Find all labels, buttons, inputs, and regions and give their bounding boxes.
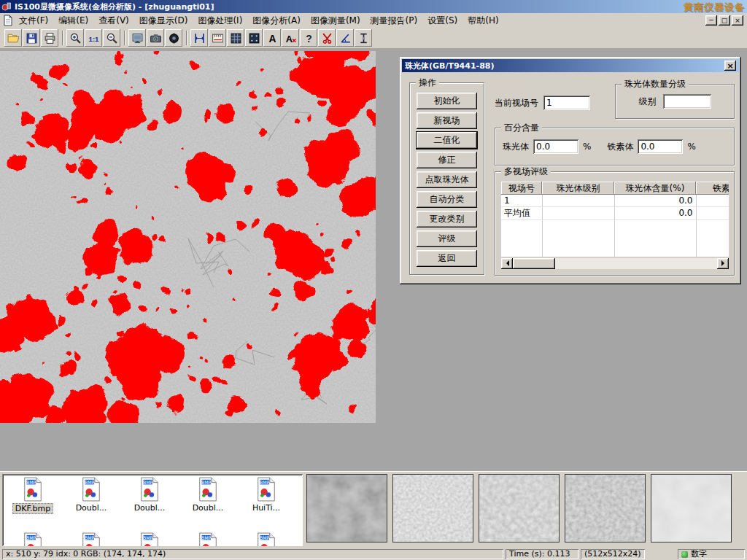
- cut-icon[interactable]: [318, 29, 336, 47]
- camera-status-icon: [681, 551, 688, 558]
- thumbnail-strip: [306, 474, 732, 546]
- table-h-scrollbar[interactable]: [501, 258, 729, 269]
- mdi-window-controls: ─ □ ×: [705, 15, 745, 26]
- image-thumbnail[interactable]: [651, 474, 732, 542]
- scroll-right-button[interactable]: [717, 258, 729, 269]
- return-button[interactable]: 返回: [417, 250, 477, 267]
- current-view-input[interactable]: [543, 96, 590, 110]
- mdi-restore-button[interactable]: □: [719, 15, 730, 26]
- pick-pearlite-button[interactable]: 点取珠光体: [417, 171, 477, 188]
- pearlite-unit: %: [583, 141, 591, 152]
- mode-panel: 数字: [678, 549, 745, 559]
- clamp-icon[interactable]: [355, 29, 372, 47]
- file-item[interactable]: BMP: [4, 532, 62, 546]
- percent-group: 百分含量 珠光体 % 铁素体 %: [495, 128, 735, 166]
- menu-settings[interactable]: 设置(S): [422, 13, 462, 28]
- target-icon[interactable]: [165, 29, 182, 47]
- zoom-out-icon[interactable]: [103, 29, 120, 47]
- svg-text:BMP: BMP: [26, 535, 36, 540]
- title-bar: IS100显微摄像系统(金相分析版) - [zhuguangti01] 黄南仪器…: [0, 0, 747, 13]
- mdi-minimize-button[interactable]: ─: [705, 15, 717, 26]
- file-item[interactable]: BMP: [237, 532, 295, 546]
- ferrite-percent-input[interactable]: [638, 139, 683, 154]
- svg-text:BMP: BMP: [85, 535, 94, 540]
- multi-view-table[interactable]: 视场号珠光体级别珠光体含量(%)铁素10.0平均值0.0: [501, 182, 729, 257]
- zoom-in-icon[interactable]: [66, 29, 84, 47]
- file-list[interactable]: BMPDKF.bmpBMPDoubl...BMPDoubl...BMPDoubl…: [2, 474, 303, 546]
- toolbar-separator: [186, 31, 187, 45]
- print-icon[interactable]: [41, 29, 58, 47]
- window-title: IS100显微摄像系统(金相分析版) - [zhuguangti01]: [15, 1, 214, 12]
- menu-file[interactable]: 文件(F): [14, 13, 53, 28]
- table-row[interactable]: 10.0: [501, 195, 729, 206]
- file-name-label: Doubl...: [74, 503, 109, 513]
- file-item[interactable]: BMPDoubl...: [120, 477, 179, 532]
- bmp-file-icon: BMP: [139, 477, 160, 502]
- application-window: IS100显微摄像系统(金相分析版) - [zhuguangti01] 黄南仪器…: [0, 0, 747, 560]
- file-item[interactable]: BMP: [62, 532, 120, 546]
- metallograph-image[interactable]: [0, 51, 376, 423]
- grid-icon[interactable]: [245, 29, 263, 47]
- stamp-icon[interactable]: [227, 29, 244, 47]
- menu-help[interactable]: 帮助(H): [462, 13, 503, 28]
- scroll-left-button[interactable]: [501, 258, 513, 269]
- grade-input[interactable]: [663, 94, 711, 109]
- dialog-body: 操作 初始化新视场二值化修正点取珠光体自动分类更改类别评级返回 当前视场号 珠光…: [402, 72, 739, 279]
- actual-size-icon[interactable]: 1:1: [85, 29, 102, 47]
- image-thumbnail[interactable]: [306, 474, 387, 542]
- file-item[interactable]: BMPDKF.bmp: [4, 477, 62, 532]
- pearlite-percent-input[interactable]: [533, 139, 578, 154]
- menu-image-measure[interactable]: 图像测量(M): [306, 13, 365, 28]
- modify-button[interactable]: 修正: [417, 152, 477, 168]
- bmp-file-icon: BMP: [80, 532, 102, 546]
- open-icon[interactable]: [4, 29, 22, 47]
- angle-icon[interactable]: [336, 29, 354, 47]
- caliper-icon[interactable]: [190, 29, 208, 47]
- file-item[interactable]: BMP: [179, 532, 237, 546]
- menu-image-process[interactable]: 图像处理(I): [193, 13, 247, 28]
- grade-button[interactable]: 评级: [417, 230, 477, 247]
- file-item[interactable]: BMPDoubl...: [62, 477, 120, 532]
- font-x-icon[interactable]: A: [282, 29, 299, 47]
- file-item[interactable]: BMP: [120, 532, 179, 546]
- bmp-file-icon: BMP: [197, 477, 219, 502]
- document-icon: [2, 15, 14, 26]
- mdi-close-button[interactable]: ×: [732, 15, 743, 26]
- menu-view[interactable]: 查看(V): [93, 13, 134, 28]
- status-bar: x: 510 y: 79 idx: 0 RGB: (174, 174, 174)…: [0, 548, 747, 560]
- ruler-grid-icon[interactable]: [209, 29, 226, 47]
- table-empty-row: [501, 219, 729, 231]
- camera-icon[interactable]: [147, 29, 164, 47]
- save-icon[interactable]: [23, 29, 40, 47]
- vendor-watermark: 黄南仪器设备: [684, 1, 745, 14]
- scrollbar-track[interactable]: [513, 258, 717, 269]
- scrollbar-thumb[interactable]: [513, 258, 555, 269]
- ferrite-unit: %: [687, 141, 695, 152]
- font-icon[interactable]: A: [263, 29, 281, 47]
- binarize-button[interactable]: 二值化: [417, 132, 477, 149]
- image-thumbnail[interactable]: [479, 474, 560, 542]
- svg-text:1:1: 1:1: [88, 34, 98, 42]
- menu-image-display[interactable]: 图像显示(D): [134, 13, 193, 28]
- monitor-icon[interactable]: [128, 29, 146, 47]
- menu-report[interactable]: 测量报告(P): [365, 13, 423, 28]
- dialog-title-bar[interactable]: 珠光体(GB/T9441-88) ×: [402, 59, 739, 72]
- grade-group: 珠光体数量分级 级别: [615, 84, 735, 119]
- file-item[interactable]: BMPDoubl...: [179, 477, 237, 532]
- initialize-button[interactable]: 初始化: [417, 93, 477, 109]
- table-row[interactable]: 平均值0.0: [501, 206, 729, 219]
- menu-image-analysis[interactable]: 图像分析(A): [247, 13, 306, 28]
- file-item[interactable]: BMPHuiTi...: [237, 477, 295, 532]
- image-thumbnail[interactable]: [565, 474, 646, 542]
- left-arrow-icon: [503, 260, 509, 266]
- dialog-close-button[interactable]: ×: [724, 61, 736, 71]
- change-class-button[interactable]: 更改类别: [417, 211, 477, 228]
- help-icon[interactable]: ?: [300, 29, 317, 47]
- pearlite-dialog: 珠光体(GB/T9441-88) × 操作 初始化新视场二值化修正点取珠光体自动…: [400, 57, 741, 284]
- bmp-file-icon: BMP: [255, 477, 277, 502]
- image-thumbnail[interactable]: [392, 474, 473, 542]
- auto-classify-button[interactable]: 自动分类: [417, 191, 477, 208]
- new-field-button[interactable]: 新视场: [417, 112, 477, 129]
- bmp-file-icon: BMP: [139, 532, 160, 546]
- menu-edit[interactable]: 编辑(E): [53, 13, 93, 28]
